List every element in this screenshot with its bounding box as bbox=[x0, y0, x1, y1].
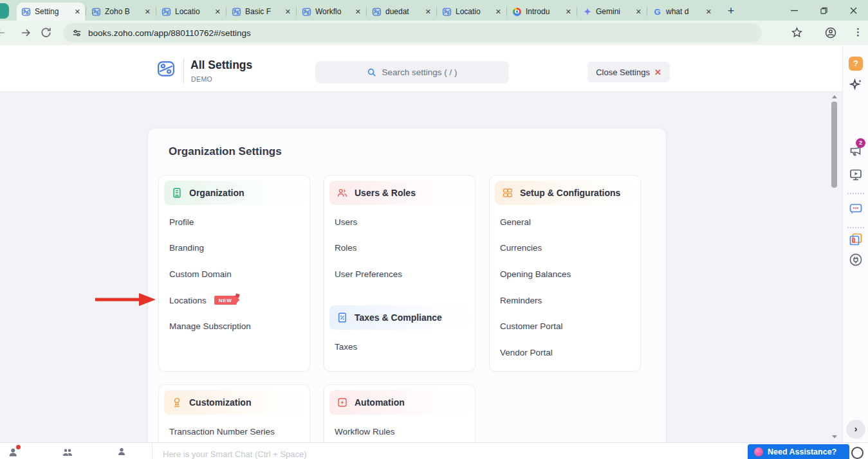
rail-divider bbox=[847, 227, 864, 228]
back-icon[interactable] bbox=[0, 26, 7, 39]
browser-tab-settings[interactable]: Setting ✕ bbox=[17, 3, 85, 21]
settings-item-user-preferences[interactable]: User Preferences bbox=[335, 261, 465, 287]
card-header-setup: Setup & Configurations bbox=[495, 181, 635, 205]
chat-notification-dot bbox=[16, 445, 21, 449]
settings-item-transaction-number-series[interactable]: Transaction Number Series bbox=[169, 419, 299, 445]
browser-tab[interactable]: Basic F ✕ bbox=[227, 3, 295, 21]
tab-title: Setting bbox=[35, 7, 71, 16]
profile-avatar-icon[interactable] bbox=[824, 26, 837, 39]
tab-title: Zoho B bbox=[105, 7, 141, 16]
close-window-icon[interactable] bbox=[838, 0, 868, 21]
settings-item-locations[interactable]: Locations NEW bbox=[169, 287, 299, 314]
feedback-chat-icon[interactable] bbox=[848, 201, 863, 217]
zia-search-icon[interactable] bbox=[851, 447, 863, 459]
reload-icon[interactable] bbox=[40, 26, 53, 39]
zia-sparkle-icon[interactable] bbox=[848, 77, 863, 93]
settings-item-profile[interactable]: Profile bbox=[169, 209, 299, 235]
smart-chat-input[interactable]: Here is your Smart Chat (Ctrl + Space) bbox=[152, 443, 744, 459]
search-placeholder: Search settings ( / ) bbox=[382, 68, 457, 77]
new-tab-button[interactable]: + bbox=[722, 3, 740, 21]
browser-tab[interactable]: duedat ✕ bbox=[367, 3, 436, 21]
close-icon: ✕ bbox=[654, 68, 661, 77]
settings-item-roles[interactable]: Roles bbox=[335, 235, 465, 262]
chat-profile-icon[interactable] bbox=[116, 446, 128, 458]
tab-close-icon[interactable]: ✕ bbox=[285, 8, 291, 15]
browser-window: Setting ✕ Zoho B ✕ Locatio ✕ Basic F ✕ W… bbox=[0, 0, 868, 459]
site-settings-icon[interactable] bbox=[71, 28, 82, 39]
tab-title: Workflo bbox=[315, 7, 351, 16]
card-title: Customization bbox=[189, 397, 251, 408]
organization-icon bbox=[171, 187, 183, 199]
demo-video-icon[interactable] bbox=[848, 167, 863, 183]
taxes-icon bbox=[337, 312, 348, 323]
customization-icon bbox=[171, 397, 183, 408]
tab-close-icon[interactable]: ✕ bbox=[425, 8, 431, 15]
gemini-favicon bbox=[582, 7, 592, 17]
tab-strip: Setting ✕ Zoho B ✕ Locatio ✕ Basic F ✕ W… bbox=[0, 0, 868, 21]
settings-item-manage-subscription[interactable]: Manage Subscription bbox=[169, 313, 299, 339]
browser-tab[interactable]: Gemini ✕ bbox=[578, 3, 646, 21]
notification-count-badge: 2 bbox=[856, 138, 865, 148]
forward-icon[interactable] bbox=[19, 26, 32, 39]
apps-windows-icon[interactable] bbox=[848, 231, 863, 247]
help-icon[interactable]: ? bbox=[849, 57, 863, 71]
close-settings-button[interactable]: Close Settings ✕ bbox=[587, 62, 670, 82]
settings-item-reminders[interactable]: Reminders bbox=[500, 287, 630, 314]
tab-title: Locatio bbox=[175, 7, 211, 16]
tab-close-icon[interactable]: ✕ bbox=[75, 8, 80, 15]
window-controls bbox=[779, 0, 868, 21]
bookmark-star-icon[interactable] bbox=[791, 26, 804, 39]
tab-close-icon[interactable]: ✕ bbox=[355, 8, 361, 15]
settings-item-vendor-portal[interactable]: Vendor Portal bbox=[500, 339, 630, 366]
section-heading: Organization Settings bbox=[169, 145, 282, 158]
automation-icon bbox=[337, 397, 348, 408]
browser-tab[interactable]: Locatio ✕ bbox=[438, 3, 506, 21]
settings-item-custom-domain[interactable]: Custom Domain bbox=[169, 261, 299, 287]
browser-tab[interactable]: Locatio ✕ bbox=[157, 3, 225, 21]
settings-item-workflow-rules[interactable]: Workflow Rules bbox=[335, 419, 465, 445]
settings-item-taxes[interactable]: Taxes bbox=[335, 334, 465, 360]
chat-groups-icon[interactable] bbox=[62, 446, 73, 458]
url-text: books.zoho.com/app/880110762#/settings bbox=[88, 28, 251, 38]
tab-close-icon[interactable]: ✕ bbox=[495, 8, 501, 15]
settings-item-general[interactable]: General bbox=[500, 209, 630, 235]
zoho-books-favicon bbox=[232, 7, 241, 17]
integrations-plug-icon[interactable] bbox=[848, 252, 863, 267]
tab-title: Introdu bbox=[526, 7, 562, 16]
browser-tab[interactable]: Introdu ✕ bbox=[508, 3, 576, 21]
settings-item-customer-portal[interactable]: Customer Portal bbox=[500, 313, 630, 339]
search-settings-input[interactable]: Search settings ( / ) bbox=[315, 61, 509, 84]
right-utility-rail: ? 2 › bbox=[842, 45, 868, 459]
browser-tab[interactable]: Zoho B ✕ bbox=[87, 3, 155, 21]
card-organization: Organization Profile Branding Custom Dom… bbox=[158, 175, 310, 372]
restore-icon[interactable] bbox=[809, 0, 838, 21]
tab-close-icon[interactable]: ✕ bbox=[636, 8, 642, 15]
expand-rail-button[interactable]: › bbox=[846, 420, 865, 439]
scrollbar-up-arrow[interactable] bbox=[832, 95, 837, 98]
card-header-taxes-compliance: Taxes & Compliance bbox=[329, 305, 470, 330]
address-bar[interactable]: books.zoho.com/app/880110762#/settings bbox=[63, 23, 762, 42]
tab-close-icon[interactable]: ✕ bbox=[145, 8, 151, 15]
card-title: Setup & Configurations bbox=[520, 188, 620, 198]
settings-item-opening-balances[interactable]: Opening Balances bbox=[500, 261, 630, 287]
zoho-books-favicon bbox=[91, 7, 101, 17]
scrollbar-thumb[interactable] bbox=[831, 102, 837, 188]
need-assistance-button[interactable]: Need Assistance? bbox=[748, 444, 849, 459]
chat-contacts-icon[interactable] bbox=[8, 446, 19, 458]
minimize-icon[interactable] bbox=[779, 0, 809, 21]
tab-group-indicator bbox=[0, 3, 9, 19]
browser-tab[interactable]: G what d ✕ bbox=[648, 3, 716, 21]
tab-close-icon[interactable]: ✕ bbox=[706, 8, 712, 15]
settings-item-branding[interactable]: Branding bbox=[169, 235, 299, 262]
settings-item-users[interactable]: Users bbox=[335, 209, 465, 235]
users-icon bbox=[337, 187, 348, 199]
settings-item-currencies[interactable]: Currencies bbox=[500, 235, 630, 262]
card-title: Automation bbox=[355, 397, 405, 408]
announcements-icon[interactable]: 2 bbox=[848, 143, 863, 158]
tab-close-icon[interactable]: ✕ bbox=[215, 8, 221, 15]
zoho-books-favicon bbox=[372, 7, 382, 17]
tab-close-icon[interactable]: ✕ bbox=[566, 8, 571, 15]
scrollbar-down-arrow[interactable] bbox=[832, 435, 837, 438]
browser-tab[interactable]: Workflo ✕ bbox=[297, 3, 365, 21]
browser-menu-icon[interactable]: ⋮ bbox=[853, 26, 862, 39]
